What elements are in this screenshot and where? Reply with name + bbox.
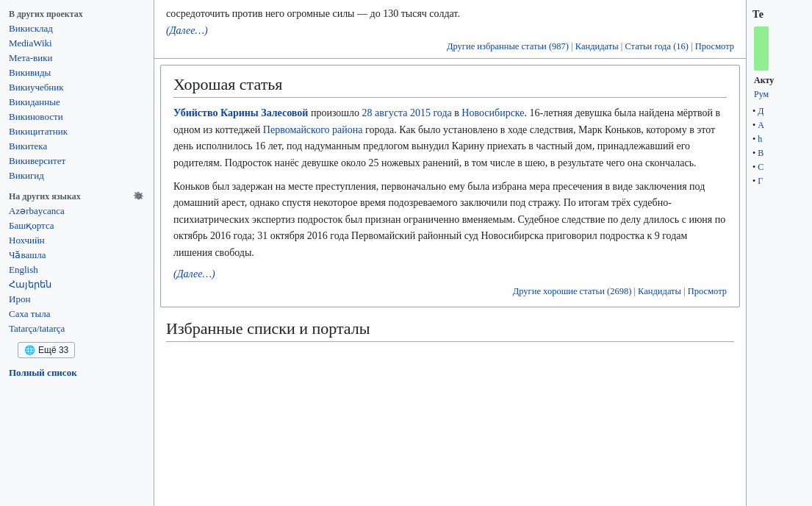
gear-icon[interactable] [133,190,145,202]
sidebar-lang-az[interactable]: Azərbaycanca [0,204,154,218]
full-list-link[interactable]: Полный список [0,364,154,382]
right-col-bullets: •Д •А •h •В •С •Г [750,104,809,188]
sidebar-lang-ba[interactable]: Башқортса [0,218,154,233]
sidebar-lang-sah[interactable]: Саха тыла [0,307,154,321]
main-content: сосредоточить против него огромные силы … [154,0,746,506]
right-bullet-3: •h [750,132,809,146]
more-languages-label: Ещё 33 [38,345,68,355]
more-languages-button[interactable]: 🌐 Ещё 33 [18,342,75,358]
good-article-date-link[interactable]: 28 августа 2015 года [362,107,452,118]
sidebar-item-mediawiki[interactable]: MediaWiki [0,36,154,51]
footer-sep1: | [571,41,575,51]
view-link[interactable]: Просмотр [695,41,734,51]
sidebar-item-vikiversitet[interactable]: Викиверситет [0,154,154,168]
right-bullet-1: •Д [750,104,809,118]
good-article-city-link[interactable]: Новосибирске [461,107,524,118]
articles-of-year-link[interactable]: Статьи года (16) [625,41,689,51]
other-languages-header: На других языках [0,188,154,204]
sidebar-item-vikiuchebnik[interactable]: Викиучебник [0,80,154,95]
right-bullet-5: •С [750,160,809,174]
sidebar-item-vikiteka[interactable]: Викитека [0,139,154,154]
sidebar-item-vikigid[interactable]: Викигид [0,168,154,183]
right-accent-bar [754,26,769,71]
good-article-footer: Другие хорошие статьи (2698) | Кандидаты… [173,286,727,297]
right-col-content: Те Акту Рум •Д •А •h •В •С [747,0,812,194]
good-article-title: Хорошая статья [173,75,727,98]
top-article-snippet: сосредоточить против него огромные силы … [154,0,746,59]
right-column: Те Акту Рум •Д •А •h •В •С [746,0,812,506]
sidebar-item-vikinov[interactable]: Викиновости [0,110,154,124]
good-article-p1: Убийство Карины Залесовой произошло 28 а… [173,105,727,171]
good-article-title-link[interactable]: Убийство Карины Залесовой [173,107,308,118]
good-article-section: Хорошая статья Убийство Карины Залесовой… [160,65,740,307]
good-article-p2: Коньков был задержан на месте преступлен… [173,179,727,261]
other-languages-title: На других языках [9,191,133,202]
other-featured-link[interactable]: Другие избранные статьи (987) [447,41,569,51]
good-article-more-link[interactable]: (Далее…) [173,268,215,279]
right-bullet-6: •Г [750,174,809,188]
good-article-inner: Хорошая статья Убийство Карины Залесовой… [162,66,739,306]
good-article-body: Убийство Карины Залесовой произошло 28 а… [173,105,727,261]
sidebar-item-vikiданные[interactable]: Викиданные [0,95,154,110]
sidebar-lang-os[interactable]: Ирон [0,292,154,307]
right-col-subtitle: Акту [750,74,809,88]
sidebar-item-vikividy[interactable]: Викивиды [0,65,154,80]
sidebar-lang-en[interactable]: English [0,263,154,277]
sidebar-lang-cv[interactable]: Чӑвашла [0,248,154,263]
good-other-link[interactable]: Другие хорошие статьи (2698) [513,286,632,296]
sidebar-lang-hy[interactable]: Հայերեն [0,277,154,292]
footer-sep3: | [691,41,695,51]
good-view-link[interactable]: Просмотр [688,286,727,296]
other-projects-title: В других проектах [0,6,154,21]
sidebar: В других проектах Викисклад MediaWiki Ме… [0,0,154,506]
top-article-more-link[interactable]: (Далее…) [166,25,208,36]
sidebar-item-wikisklad[interactable]: Викисклад [0,21,154,36]
top-article-body: сосредоточить против него огромные силы … [166,8,460,19]
sidebar-item-metawiki[interactable]: Мета-вики [0,51,154,65]
good-article-intro: произошло [308,107,362,118]
izbr-section: Избранные списки и порталы [154,313,746,348]
top-article-text: сосредоточить против него огромные силы … [166,6,734,22]
top-article-footer: Другие избранные статьи (987) | Кандидат… [166,41,734,52]
good-article-district-link[interactable]: Первомайского района [263,124,363,135]
right-bullet-2: •А [750,118,809,132]
right-bullet-4: •В [750,146,809,160]
sidebar-item-vikicitat[interactable]: Викицитатник [0,124,154,139]
right-col-title: Те [750,6,809,24]
sidebar-lang-ce[interactable]: Нохчийн [0,233,154,248]
good-article-in: в [452,107,462,118]
good-candidates-link[interactable]: Кандидаты [638,286,681,296]
right-col-link1[interactable]: Рум [750,88,809,101]
candidates-link[interactable]: Кандидаты [575,41,619,51]
good-footer-sep2: | [683,286,688,296]
izbr-title: Избранные списки и порталы [166,319,734,342]
sidebar-lang-tt[interactable]: Tatarça/tatarça [0,321,154,336]
